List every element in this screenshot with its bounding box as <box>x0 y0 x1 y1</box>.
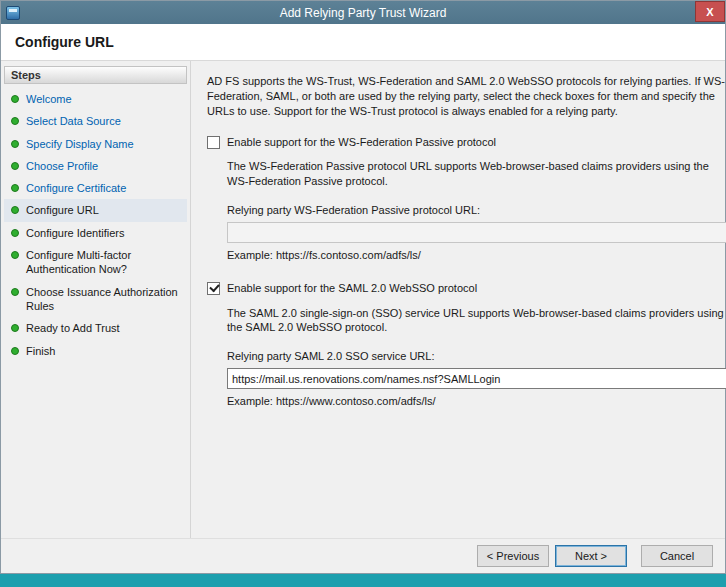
step-bullet-icon <box>11 251 19 259</box>
step-bullet-icon <box>11 288 19 296</box>
wsfed-url-label: Relying party WS-Federation Passive prot… <box>227 203 726 218</box>
step-configure-certificate[interactable]: Configure Certificate <box>4 177 187 199</box>
wizard-dialog: Add Relying Party Trust Wizard X Configu… <box>0 0 726 574</box>
step-choose-profile[interactable]: Choose Profile <box>4 155 187 177</box>
page-title: Configure URL <box>15 34 114 50</box>
step-bullet-icon <box>11 162 19 170</box>
step-label: Finish <box>26 344 55 358</box>
previous-button[interactable]: < Previous <box>477 545 549 567</box>
footer-bar: < Previous Next > Cancel <box>1 538 725 573</box>
window-title: Add Relying Party Trust Wizard <box>1 6 725 20</box>
step-label: Welcome <box>26 92 72 106</box>
saml-checkbox-label[interactable]: Enable support for the SAML 2.0 WebSSO p… <box>227 281 477 296</box>
step-label: Configure URL <box>26 203 99 217</box>
saml-url-input[interactable] <box>227 368 726 389</box>
step-bullet-icon <box>11 140 19 148</box>
titlebar[interactable]: Add Relying Party Trust Wizard X <box>1 1 725 24</box>
step-configure-mfa[interactable]: Configure Multi-factor Authentication No… <box>4 244 187 281</box>
wsfed-example-text: Example: https://fs.contoso.com/adfs/ls/ <box>227 248 726 263</box>
saml-description: The SAML 2.0 single-sign-on (SSO) servic… <box>227 306 726 336</box>
step-configure-url[interactable]: Configure URL <box>4 199 187 221</box>
content-pane: AD FS supports the WS-Trust, WS-Federati… <box>191 61 726 538</box>
wsfed-checkbox-label[interactable]: Enable support for the WS-Federation Pas… <box>227 135 496 150</box>
step-bullet-icon <box>11 347 19 355</box>
step-label: Choose Issuance Authorization Rules <box>26 285 183 314</box>
step-choose-issuance-rules[interactable]: Choose Issuance Authorization Rules <box>4 281 187 318</box>
step-label: Select Data Source <box>26 114 121 128</box>
wsfed-checkbox-row[interactable]: Enable support for the WS-Federation Pas… <box>207 135 726 150</box>
step-label: Ready to Add Trust <box>26 321 120 335</box>
step-welcome[interactable]: Welcome <box>4 88 187 110</box>
intro-text: AD FS supports the WS-Trust, WS-Federati… <box>207 74 726 119</box>
cancel-button[interactable]: Cancel <box>641 545 713 567</box>
next-button[interactable]: Next > <box>555 545 627 567</box>
steps-header: Steps <box>4 66 187 84</box>
step-specify-display-name[interactable]: Specify Display Name <box>4 133 187 155</box>
step-label: Configure Identifiers <box>26 226 124 240</box>
wsfed-url-input[interactable] <box>227 222 726 243</box>
saml-url-label: Relying party SAML 2.0 SSO service URL: <box>227 349 726 364</box>
step-label: Configure Certificate <box>26 181 126 195</box>
step-configure-identifiers[interactable]: Configure Identifiers <box>4 222 187 244</box>
step-label: Configure Multi-factor Authentication No… <box>26 248 183 277</box>
steps-sidebar: Steps Welcome Select Data Source Specify… <box>1 61 191 538</box>
step-finish[interactable]: Finish <box>4 340 187 362</box>
saml-example-text: Example: https://www.contoso.com/adfs/ls… <box>227 394 726 409</box>
saml-checkbox[interactable] <box>207 282 220 295</box>
wsfed-checkbox[interactable] <box>207 136 220 149</box>
close-button[interactable]: X <box>695 1 725 22</box>
step-bullet-icon <box>11 184 19 192</box>
wsfed-description: The WS-Federation Passive protocol URL s… <box>227 159 726 189</box>
step-bullet-icon <box>11 229 19 237</box>
step-label: Specify Display Name <box>26 137 134 151</box>
step-bullet-icon <box>11 95 19 103</box>
step-bullet-icon <box>11 117 19 125</box>
saml-checkbox-row[interactable]: Enable support for the SAML 2.0 WebSSO p… <box>207 281 726 296</box>
step-bullet-icon <box>11 324 19 332</box>
step-ready-to-add-trust[interactable]: Ready to Add Trust <box>4 317 187 339</box>
step-label: Choose Profile <box>26 159 98 173</box>
step-select-data-source[interactable]: Select Data Source <box>4 110 187 132</box>
heading-bar: Configure URL <box>1 24 725 61</box>
step-bullet-icon <box>11 206 19 214</box>
